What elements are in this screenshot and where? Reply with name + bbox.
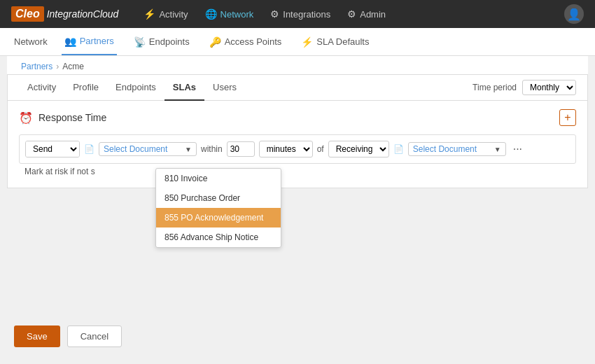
logo: Cleo IntegrationCloud	[11, 6, 118, 22]
sla-defaults-icon: ⚡	[301, 36, 313, 48]
sub-nav: Network 👥 Partners 📡 Endpoints 🔑 Access …	[0, 28, 595, 56]
access-points-icon: 🔑	[209, 36, 221, 48]
partners-icon: 👥	[64, 36, 76, 47]
user-avatar[interactable]: 👤	[564, 4, 584, 24]
page-wrapper: Cleo IntegrationCloud ⚡ Activity 🌐 Netwo…	[0, 0, 595, 364]
sla-row: Send Receive 📄 Select Document ▼ 810 Inv…	[19, 134, 576, 164]
sub-nav-access-points[interactable]: 🔑 Access Points	[206, 28, 285, 55]
sub-nav-sla-defaults[interactable]: ⚡ SLA Defaults	[298, 28, 372, 55]
time-period-label: Time period	[472, 83, 517, 92]
dropdown-item-850[interactable]: 850 Purchase Order	[156, 188, 281, 208]
sub-nav-endpoints[interactable]: 📡 Endpoints	[131, 28, 192, 55]
tab-slas[interactable]: SLAs	[164, 75, 204, 101]
mark-risk-text: Mark at risk if not s	[19, 164, 576, 179]
nav-item-network[interactable]: 🌐 Network	[205, 8, 254, 20]
select-document-label-right: Select Document	[413, 144, 491, 154]
tab-profile[interactable]: Profile	[64, 75, 107, 101]
select-document-label: Select Document	[104, 144, 182, 154]
section-title: Response Time	[38, 112, 106, 123]
breadcrumb-parent[interactable]: Partners	[21, 62, 52, 71]
save-button[interactable]: Save	[14, 326, 60, 347]
doc-icon-right: 📄	[393, 144, 404, 154]
dropdown-item-810[interactable]: 810 Invoice	[156, 169, 281, 188]
select-document-wrapper[interactable]: Select Document ▼ 810 Invoice 850 Purcha…	[99, 142, 197, 156]
cancel-button[interactable]: Cancel	[67, 326, 122, 347]
time-period-select[interactable]: Monthly Weekly Daily	[522, 80, 576, 95]
breadcrumb: Partners › Acme	[7, 56, 588, 74]
tabs-bar: Activity Profile Endpoints SLAs Users Ti…	[8, 75, 587, 101]
within-label: within	[201, 144, 223, 154]
sub-nav-partners[interactable]: 👥 Partners	[62, 28, 117, 55]
send-control: Send Receive	[25, 141, 80, 158]
minutes-input[interactable]	[227, 141, 255, 157]
admin-icon: ⚙	[347, 8, 356, 20]
content-box: Activity Profile Endpoints SLAs Users Ti…	[7, 74, 588, 188]
integrations-icon: ⚙	[270, 8, 279, 20]
document-dropdown: 810 Invoice 850 Purchase Order 855 PO Ac…	[155, 168, 281, 248]
doc-chevron-right-icon: ▼	[494, 146, 501, 153]
nav-item-integrations[interactable]: ⚙ Integrations	[270, 8, 330, 20]
tab-users[interactable]: Users	[204, 75, 245, 101]
logo-cleo: Cleo	[11, 6, 44, 22]
bottom-actions: Save Cancel	[0, 317, 136, 356]
breadcrumb-separator: ›	[56, 62, 59, 71]
logo-ic: IntegrationCloud	[47, 8, 119, 20]
time-period-control: Time period Monthly Weekly Daily	[472, 80, 576, 95]
dropdown-item-856[interactable]: 856 Advance Ship Notice	[156, 227, 281, 247]
add-button[interactable]: +	[559, 109, 576, 126]
of-label: of	[317, 144, 324, 154]
activity-icon: ⚡	[144, 8, 155, 20]
select-document-wrapper-right[interactable]: Select Document ▼	[408, 142, 506, 156]
more-options-button[interactable]: ···	[513, 144, 522, 155]
network-icon: 🌐	[205, 8, 217, 20]
section-header: ⏰ Response Time +	[19, 109, 576, 126]
top-nav: Cleo IntegrationCloud ⚡ Activity 🌐 Netwo…	[0, 0, 595, 28]
doc-icon-left: 📄	[84, 144, 94, 154]
receiving-select[interactable]: Receiving Sending	[328, 141, 389, 158]
minutes-unit-select[interactable]: minutes hours	[259, 141, 313, 158]
dropdown-item-855[interactable]: 855 PO Acknowledgement	[156, 208, 281, 227]
nav-item-admin[interactable]: ⚙ Admin	[347, 8, 386, 20]
sub-nav-title: Network	[14, 36, 48, 47]
nav-item-activity[interactable]: ⚡ Activity	[144, 8, 188, 20]
breadcrumb-current: Acme	[62, 62, 84, 71]
tab-activity[interactable]: Activity	[19, 75, 64, 101]
send-select[interactable]: Send Receive	[26, 141, 79, 157]
doc-chevron-icon: ▼	[185, 146, 192, 153]
sla-section: ⏰ Response Time + Send Receive 📄	[8, 101, 587, 188]
tab-endpoints[interactable]: Endpoints	[107, 75, 164, 101]
endpoints-icon: 📡	[134, 36, 146, 48]
alarm-icon: ⏰	[19, 111, 33, 125]
